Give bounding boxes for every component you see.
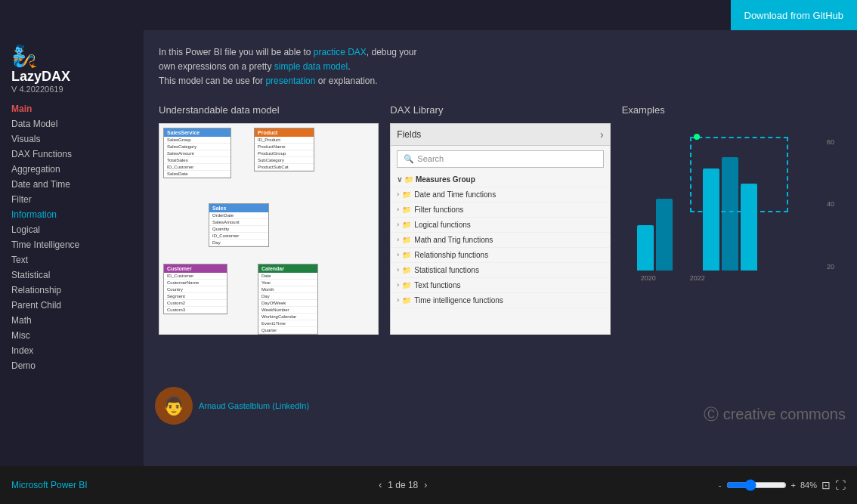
sidebar: 🧞 LazyDAX V 4.20220619 MainData ModelVis… [0,30,144,466]
next-page-icon[interactable]: › [424,480,427,490]
sidebar-item-relationship[interactable]: Relationship [0,283,144,298]
table-sales: Sales OrderDate SalesAmount Quantity ID_… [209,203,269,247]
logo-icon: 🧞 [11,44,132,69]
lib-item[interactable]: ›📁Filter functions [391,203,609,218]
search-icon: 🔍 [404,154,414,164]
data-model-column: Understandable data model SalesService S… [159,104,379,335]
sidebar-item-math[interactable]: Math [0,313,144,328]
sidebar-item-information[interactable]: Information [0,207,144,222]
x-label-2022: 2022 [690,274,705,282]
lib-item[interactable]: ›📁Relationship functions [391,248,609,263]
y-label-60: 60 [827,138,834,146]
author-name[interactable]: Arnaud Gastelblum (LinkedIn) [199,401,309,410]
zoom-level: 84% [800,481,817,490]
sidebar-item-statistical[interactable]: Statistical [0,267,144,283]
lib-arrow-icon: › [397,221,399,228]
examples-box: 60 40 20 [622,123,842,335]
creative-commons: Ⓒ creative commons [704,404,846,425]
prev-page-icon[interactable]: ‹ [379,480,382,490]
examples-title: Examples [622,104,842,116]
practice-dax-link[interactable]: practice DAX [314,47,367,57]
lib-item[interactable]: ›📁Text functions [391,278,609,293]
lib-arrow-icon: › [397,236,399,243]
lib-folder-icon: 📁 [402,190,411,199]
simple-data-link[interactable]: simple data model [274,61,348,72]
sidebar-item-main[interactable]: Main [0,101,144,116]
search-placeholder: Search [417,154,444,163]
sidebar-item-parent-child[interactable]: Parent Child [0,298,144,313]
sidebar-item-data-model[interactable]: Data Model [0,116,144,131]
sidebar-item-visuals[interactable]: Visuals [0,131,144,147]
download-button[interactable]: Download from GitHub [731,0,858,30]
columns-container: Understandable data model SalesService S… [159,104,842,335]
sidebar-item-demo[interactable]: Demo [0,358,144,373]
intro-text: In this Power BI file you will be able t… [159,45,499,89]
lib-item-label: Filter functions [414,206,463,214]
examples-column: Examples 60 40 20 [622,104,842,335]
intro-text5: This model can be use for [159,76,265,86]
lib-arrow-icon: › [397,281,399,289]
sidebar-item-index[interactable]: Index [0,343,144,358]
avatar-area: 👨 Arnaud Gastelblum (LinkedIn) [155,387,309,425]
lib-item[interactable]: ›📁Time intelligence functions [391,293,609,308]
powerbi-label: Microsoft Power BI [11,480,88,490]
lib-item-label: Text functions [414,281,460,289]
lib-item[interactable]: ›📁Statistical functions [391,263,609,278]
lib-item-label: Relationship functions [414,251,488,259]
table-product: Product ID_Product ProductName ProductGr… [254,128,314,172]
intro-text6: or explanation. [315,76,377,86]
page-indicator: 1 de 18 [388,480,418,490]
search-box[interactable]: 🔍 Search [397,150,603,168]
sidebar-item-text[interactable]: Text [0,252,144,267]
fit-icon[interactable]: ⊡ [821,479,831,491]
x-axis: 2020 2022 [630,274,834,282]
sidebar-item-logical[interactable]: Logical [0,222,144,237]
top-bar: Download from GitHub [0,0,857,30]
y-label-20: 20 [827,263,834,271]
sidebar-item-misc[interactable]: Misc [0,328,144,343]
logo-area: 🧞 LazyDAX V 4.20220619 [0,38,144,101]
pagination: ‹ 1 de 18 › [379,480,427,490]
app-version: V 4.20220619 [11,85,132,94]
zoom-slider[interactable] [726,479,787,491]
zoom-plus[interactable]: + [791,481,796,490]
lib-folder-icon: 📁 [402,296,411,305]
data-model-box: SalesService SalesGroup SalesCategory Sa… [159,123,379,335]
lib-folder-icon: 📁 [402,206,411,214]
y-axis: 60 40 20 [827,138,834,271]
lib-item[interactable]: ›📁Date and Time functions [391,187,609,203]
lib-arrow-icon: › [397,206,399,213]
sidebar-item-aggregation[interactable]: Aggregation [0,162,144,177]
chart-wrapper: 60 40 20 [630,131,834,297]
main-content: In this Power BI file you will be able t… [144,30,857,466]
zoom-minus[interactable]: - [719,481,722,490]
fields-expand-icon[interactable]: › [600,128,604,141]
sidebar-item-date-and-time[interactable]: Date and Time [0,177,144,192]
lib-item-label: Date and Time functions [414,190,496,199]
sidebar-item-time-intelligence[interactable]: Time Intelligence [0,237,144,252]
lib-arrow-icon: › [397,251,399,258]
lib-item[interactable]: ›📁Math and Trig functions [391,233,609,248]
chart-area: 60 40 20 [622,123,842,305]
bar-group-2020 [637,199,673,271]
zoom-bar: - + 84% ⊡ ⛶ [719,479,846,491]
bar-2020-2 [656,199,673,271]
lib-arrow-icon: › [397,190,399,198]
lib-arrow-icon: › [397,266,399,274]
dax-library-title: DAX Library [390,104,610,116]
lib-items: ›📁Date and Time functions›📁Filter functi… [391,187,609,308]
lib-folder-icon: 📁 [402,236,411,244]
nav-items: MainData ModelVisualsDAX FunctionsAggreg… [0,101,144,373]
data-model-title: Understandable data model [159,104,379,116]
y-label-40: 40 [827,200,834,208]
lib-folder-icon: 📁 [402,281,411,289]
lib-item-label: Time intelligence functions [414,296,503,305]
intro-text3: own expressions on a pretty [159,61,274,72]
sidebar-item-filter[interactable]: Filter [0,192,144,207]
lib-item[interactable]: ›📁Logical functions [391,218,609,233]
sidebar-item-dax-functions[interactable]: DAX Functions [0,147,144,162]
chart-dot [694,134,700,140]
bar-2020-1 [637,225,654,271]
fullscreen-icon[interactable]: ⛶ [835,479,846,491]
presentation-link[interactable]: presentation [265,76,315,86]
